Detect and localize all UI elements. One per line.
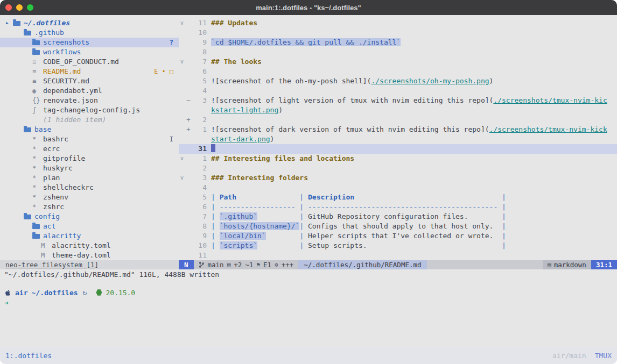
tree-item-alacritty[interactable]: alacritty bbox=[0, 231, 179, 241]
editor-line-4[interactable]: v7## The looks bbox=[179, 57, 617, 67]
line-number: 7 bbox=[192, 57, 207, 67]
tree-item-renovate-json[interactable]: {}renovate.json bbox=[0, 96, 179, 105]
close-button[interactable] bbox=[5, 4, 12, 11]
segment-l: kstart-light.png bbox=[211, 106, 278, 114]
tree-item-screenshots[interactable]: screenshots? bbox=[0, 38, 179, 47]
tree-item-huskyrc[interactable]: *huskyrc bbox=[0, 163, 179, 173]
tmux-session-name: air/main bbox=[552, 352, 586, 360]
tree-item-theme-day-toml[interactable]: Mtheme-day.toml bbox=[0, 251, 179, 260]
fold-marker-icon bbox=[179, 67, 185, 76]
editor-line-10[interactable]: +2 bbox=[179, 115, 617, 125]
tmux-window-name[interactable]: 1:.dotfiles bbox=[5, 352, 52, 360]
editor-line-21[interactable]: 8| `hosts/{hostname}/`| Configs that sho… bbox=[179, 222, 617, 231]
status-badge: □ bbox=[170, 67, 173, 76]
editor-line-23[interactable]: 10| `scripts` | Setup scripts. | bbox=[179, 241, 617, 251]
tree-item-code-of-conduct-md[interactable]: ≡CODE_OF_CONDUCT.md bbox=[0, 57, 179, 67]
segment-c: `scripts` bbox=[220, 241, 257, 249]
expand-arrow-icon[interactable]: ▸ bbox=[5, 18, 13, 28]
shell-input-line[interactable]: ➜ bbox=[4, 299, 613, 309]
segment-h: ### Updates bbox=[211, 19, 257, 27]
tree-item-label: gitprofile bbox=[43, 154, 85, 163]
tree-item-github[interactable]: .github bbox=[0, 28, 179, 38]
tree-item-zshenv[interactable]: *zshenv bbox=[0, 192, 179, 202]
fold-marker-icon bbox=[179, 212, 185, 222]
git-sign bbox=[185, 192, 192, 202]
tree-item-dependabot-yml[interactable]: ◉dependabot.yml bbox=[0, 86, 179, 96]
line-number: 11 bbox=[192, 18, 207, 28]
editor-line-5[interactable]: 6 bbox=[179, 67, 617, 76]
editor-line-16[interactable]: v3### Interesting folders bbox=[179, 173, 617, 183]
tree-item-plan[interactable]: *plan bbox=[0, 173, 179, 183]
tree-item-workflows[interactable]: workflows bbox=[0, 47, 179, 57]
line-number: 5 bbox=[192, 76, 207, 86]
terminal-window: main:1:.dotfiles - "ks~/.dotfiles" ▸~/.d… bbox=[0, 0, 617, 364]
line-number: 3 bbox=[192, 173, 207, 183]
git-branch: main bbox=[208, 260, 224, 269]
tree-item-ecrc[interactable]: *ecrc bbox=[0, 144, 179, 154]
tree-item-label: renovate.json bbox=[43, 96, 98, 105]
markdown-file-icon: ≡ bbox=[32, 57, 41, 67]
line-text: kstart-light.png) bbox=[207, 105, 283, 115]
editor-line-20[interactable]: 7| `.github` | GitHub Repository configu… bbox=[179, 212, 617, 222]
tree-item-shellcheckrc[interactable]: *shellcheckrc bbox=[0, 183, 179, 192]
prompt-arrow-icon: ➜ bbox=[4, 299, 9, 307]
tree-item-readme-md[interactable]: ≡README.mdE•□ bbox=[0, 67, 179, 76]
apple-icon bbox=[4, 289, 11, 296]
dotfile-icon: * bbox=[32, 192, 41, 202]
git-sign bbox=[185, 28, 192, 38]
git-sign bbox=[185, 67, 192, 76]
tree-item-zshrc[interactable]: *zshrc bbox=[0, 202, 179, 212]
editor-line-15[interactable]: 2 bbox=[179, 163, 617, 173]
line-text: ![screenshot of dark version of tmux wit… bbox=[207, 125, 607, 134]
editor-line-7[interactable]: 4 bbox=[179, 86, 617, 96]
line-number: 2 bbox=[192, 163, 207, 173]
editor-line-8[interactable]: ~3![screenshot of light version of tmux … bbox=[179, 96, 617, 105]
tree-item-alacritty-toml[interactable]: Malacritty.toml bbox=[0, 241, 179, 251]
tree-item-gitprofile[interactable]: *gitprofile bbox=[0, 154, 179, 163]
editor-buffer[interactable]: v11### Updates109`cd $HOME/.dotfiles && … bbox=[179, 15, 617, 260]
editor-cursor-line[interactable]: 31 bbox=[179, 144, 617, 154]
editor-pane[interactable]: v11### Updates109`cd $HOME/.dotfiles && … bbox=[179, 15, 617, 269]
minimize-button[interactable] bbox=[16, 4, 23, 11]
fold-marker-icon bbox=[179, 28, 185, 38]
tree-item-dotfiles[interactable]: ▸~/.dotfiles bbox=[0, 18, 179, 28]
editor-line-12[interactable]: start-dark.png) bbox=[179, 134, 617, 144]
git-sign bbox=[185, 173, 192, 183]
zoom-button[interactable] bbox=[27, 4, 33, 11]
folder-icon bbox=[24, 127, 31, 132]
fold-marker-icon bbox=[179, 144, 185, 154]
editor-line-1[interactable]: 10 bbox=[179, 28, 617, 38]
editor-line-24[interactable]: 11 bbox=[179, 251, 617, 260]
editor-line-6[interactable]: 5![screenshot of the oh-my-posh shell](.… bbox=[179, 76, 617, 86]
tmux-status-bar: 1:.dotfiles air/main TMUX bbox=[0, 347, 617, 364]
git-sign bbox=[185, 47, 192, 57]
line-number: 3 bbox=[192, 96, 207, 105]
editor-line-22[interactable]: 9| `local/bin` | Helper scripts that I'v… bbox=[179, 231, 617, 241]
editor-line-18[interactable]: 5| Path | Description | bbox=[179, 192, 617, 202]
editor-line-19[interactable]: 6| ------------------ | ----------------… bbox=[179, 202, 617, 212]
folder-icon bbox=[24, 31, 31, 35]
editor-line-14[interactable]: v1## Interesting files and locations bbox=[179, 154, 617, 163]
fold-marker-icon bbox=[179, 38, 185, 47]
tree-item-base[interactable]: base bbox=[0, 125, 179, 134]
tree-item-tag-changelog-config-js[interactable]: ʃtag-changelog-config.js bbox=[0, 105, 179, 115]
tree-item-security-md[interactable]: ≡SECURITY.md bbox=[0, 76, 179, 86]
segment-t: ![screenshot of dark version of tmux wit… bbox=[211, 125, 489, 133]
tree-item-1-hidden-item[interactable]: (1 hidden item) bbox=[0, 115, 179, 125]
tree-item-act[interactable]: act bbox=[0, 222, 179, 231]
prompt-path: ~/.dotfiles bbox=[31, 289, 78, 297]
editor-line-11[interactable]: +1![screenshot of dark version of tmux w… bbox=[179, 125, 617, 134]
editor-line-2[interactable]: 9`cd $HOME/.dotfiles && git pull && ./in… bbox=[179, 38, 617, 47]
tree-item-bashrc[interactable]: *bashrcI bbox=[0, 134, 179, 144]
editor-line-9[interactable]: kstart-light.png) bbox=[179, 105, 617, 115]
yaml-file-icon: ◉ bbox=[32, 86, 41, 96]
line-text bbox=[207, 183, 211, 192]
editor-line-3[interactable]: 8 bbox=[179, 47, 617, 57]
editor-line-0[interactable]: v11### Updates bbox=[179, 18, 617, 28]
git-sign bbox=[185, 86, 192, 96]
markdown-file-icon: ≡ bbox=[32, 76, 41, 86]
tree-item-config[interactable]: config bbox=[0, 212, 179, 222]
git-sign: + bbox=[185, 115, 192, 125]
tree-item-label: config bbox=[34, 212, 60, 222]
editor-line-17[interactable]: 4 bbox=[179, 183, 617, 192]
